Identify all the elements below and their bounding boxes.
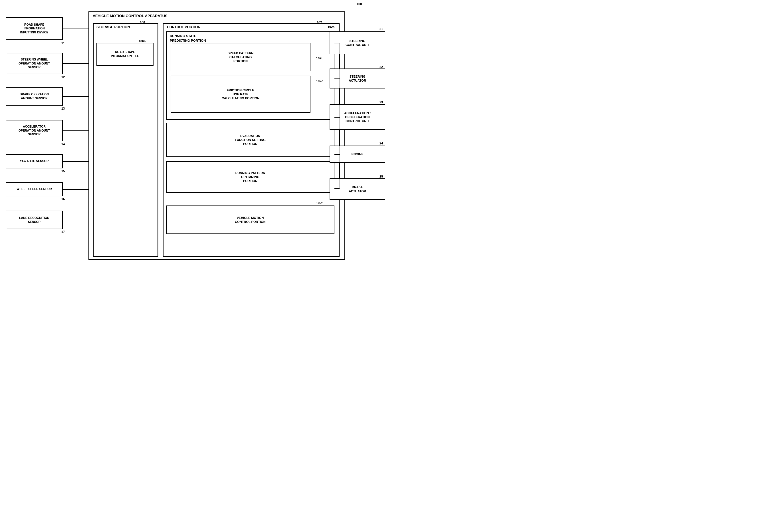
sensor-id-15: 15 (61, 169, 65, 173)
running-state-label: RUNNING STATEPREDICTING PORTION (170, 34, 206, 43)
sensor-id-14: 14 (61, 143, 65, 146)
unit-label-22: STEERING ACTUATOR (349, 74, 366, 83)
hline-right-2 (335, 79, 340, 79)
line-15 (63, 161, 89, 162)
hline-right-3 (335, 117, 340, 118)
line-13 (63, 96, 89, 97)
sensor-box-12: STEERING WHEEL OPERATION AMOUNT SENSOR (6, 53, 63, 74)
unit-label-23: ACCELERATION / DECELERATION CONTROL UNIT (344, 111, 371, 123)
hline-right-1 (335, 43, 340, 43)
unit-id-21: 21 (379, 27, 383, 31)
label-100: 100 (357, 2, 362, 6)
vehicle-motion-box: VEHICLE MOTIONCONTROL PORTION (166, 206, 335, 234)
sensor-box-14: ACCELERATOR OPERATION AMOUNT SENSOR (6, 120, 63, 141)
hline-right-5 (335, 188, 340, 189)
sensor-label-11: ROAD SHAPE INFORMATION INPUTTING DEVICE (20, 23, 49, 34)
sensor-label-14: ACCELERATOR OPERATION AMOUNT SENSOR (19, 125, 50, 136)
sensor-label-13: BRAKE OPERATION AMOUNT SENSOR (20, 92, 49, 100)
unit-id-22: 22 (379, 65, 383, 68)
control-sub-id: 102a (327, 25, 335, 29)
storage-sub-id: 106a (139, 39, 146, 43)
sensor-box-16: WHEEL SPEED SENSOR (6, 182, 63, 196)
unit-label-24: ENGINE (351, 152, 363, 156)
speed-pattern-box: SPEED PATTERNCALCULATINGPORTION (170, 43, 310, 71)
diagram: 100 VEHICLE MOTION CONTROL APPARATUS STO… (0, 0, 392, 266)
sensor-id-12: 12 (61, 75, 65, 79)
sensor-label-12: STEERING WHEEL OPERATION AMOUNT SENSOR (19, 58, 50, 69)
friction-circle-box: FRICTION CIRCLEUSE RATECALCULATING PORTI… (170, 75, 310, 113)
sensor-id-16: 16 (61, 197, 65, 201)
label-102b: 102b (316, 57, 323, 60)
eval-function-label: EVALUATIONFUNCTION SETTINGPORTION (235, 134, 265, 146)
vline-left (89, 29, 89, 220)
running-pattern-label: RUNNING PATTERNOPTIMIZINGPORTION (236, 171, 265, 183)
sensor-box-13: BRAKE OPERATION AMOUNT SENSOR (6, 87, 63, 105)
sensor-id-11: 11 (61, 41, 65, 45)
running-pattern-box: RUNNING PATTERNOPTIMIZINGPORTION (166, 161, 335, 193)
eval-function-box: EVALUATIONFUNCTION SETTINGPORTION (166, 123, 335, 157)
sensor-box-17: LANE RECOGNITION SENSOR (6, 211, 63, 229)
storage-label: STORAGE PORTION (96, 25, 130, 29)
unit-id-25: 25 (379, 175, 383, 178)
line-17 (63, 220, 89, 220)
sensor-id-13: 13 (61, 107, 65, 110)
hline-left-top (63, 29, 89, 29)
unit-label-21: STEERING CONTROL UNIT (346, 39, 369, 47)
road-shape-file-box: ROAD SHAPE INFORMATION FILE (96, 43, 154, 66)
sensor-label-17: LANE RECOGNITION SENSOR (19, 216, 50, 224)
unit-box-25: BRAKE ACTUATOR (330, 178, 385, 200)
label-102c: 102c (316, 79, 323, 83)
unit-id-23: 23 (379, 100, 383, 104)
vline-right (340, 43, 340, 188)
hline-ctrl-right (335, 220, 340, 220)
line-14 (63, 130, 89, 131)
vehicle-motion-label: VEHICLE MOTIONCONTROL PORTION (235, 216, 265, 224)
label-102f: 102f (316, 201, 322, 205)
line-12 (63, 63, 89, 64)
sensor-box-11: ROAD SHAPE INFORMATION INPUTTING DEVICE (6, 17, 63, 40)
sensor-id-17: 17 (61, 230, 65, 233)
control-id: 102 (317, 21, 322, 24)
speed-pattern-label: SPEED PATTERNCALCULATINGPORTION (228, 51, 254, 63)
friction-circle-label: FRICTION CIRCLEUSE RATECALCULATING PORTI… (222, 88, 259, 100)
unit-label-25: BRAKE ACTUATOR (349, 185, 366, 193)
control-label: CONTROL PORTION (167, 25, 200, 29)
unit-id-24: 24 (379, 142, 383, 145)
main-label: VEHICLE MOTION CONTROL APPARATUS (93, 14, 167, 18)
hline-right-4 (335, 154, 340, 155)
line-16 (63, 189, 89, 190)
sensor-label-16: WHEEL SPEED SENSOR (17, 187, 52, 191)
road-shape-file-label: ROAD SHAPE INFORMATION FILE (111, 50, 139, 58)
sensor-label-15: YAW RATE SENSOR (20, 159, 49, 163)
sensor-box-15: YAW RATE SENSOR (6, 154, 63, 168)
storage-id: 106 (140, 21, 145, 24)
